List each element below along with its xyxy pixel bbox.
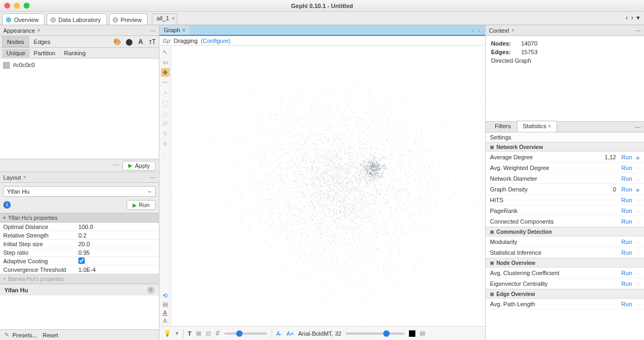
run-button[interactable]: Run — [616, 165, 632, 171]
reset-label-color-icon[interactable]: A — [163, 309, 167, 316]
chevron-right-icon[interactable]: › — [478, 27, 480, 33]
tab-unique[interactable]: Unique — [2, 49, 30, 57]
edge-weight-slider[interactable] — [224, 332, 267, 335]
run-button[interactable]: Run — [616, 280, 632, 287]
layout-prop-row[interactable]: Step ratio0.95 — [0, 248, 159, 257]
label-size-slider[interactable] — [346, 332, 405, 335]
minimize-icon[interactable]: — — [635, 27, 641, 33]
prop-value[interactable]: 1.0E-4 — [78, 267, 156, 273]
run-button[interactable]: Run — [616, 197, 632, 203]
close-icon[interactable]: × — [37, 27, 40, 33]
minimize-icon[interactable]: — — [150, 27, 156, 33]
reset-label-size-icon[interactable]: A — [163, 317, 167, 324]
font-size-minus[interactable]: A- — [276, 330, 282, 337]
layout-prop-row[interactable]: Convergence Threshold1.0E-4 — [0, 265, 159, 274]
edge-pencil-tool-icon[interactable]: ⇄ — [161, 119, 170, 128]
tab-ranking[interactable]: Ranking — [60, 49, 90, 57]
minimize-icon[interactable]: — — [635, 123, 644, 132]
perspective-data-laboratory[interactable]: Data Laboratory — [47, 13, 107, 25]
info-icon[interactable] — [632, 186, 640, 193]
reset-colors-icon[interactable]: ▤ — [163, 301, 168, 308]
prop-value[interactable]: 0.95 — [78, 249, 156, 256]
rect-select-tool-icon[interactable]: ▭ — [161, 58, 170, 66]
statistics-tab[interactable]: Statistics× — [517, 121, 557, 132]
close-icon[interactable]: × — [511, 27, 515, 33]
layout-prop-row[interactable]: Initial Step size20.0 — [0, 240, 159, 248]
info-icon[interactable] — [632, 154, 640, 160]
graph-canvas[interactable] — [171, 46, 485, 326]
perspective-preview[interactable]: Preview — [109, 13, 148, 25]
minimize-icon[interactable]: — — [150, 174, 156, 180]
run-button[interactable]: Run — [616, 218, 632, 225]
prop-value[interactable]: 20.0 — [78, 241, 156, 247]
center-graph-icon[interactable]: ⟲ — [163, 292, 167, 299]
prop-value[interactable]: 0.2 — [78, 232, 156, 239]
layout-prop-row[interactable]: Relative Strength0.2 — [0, 231, 159, 240]
run-button[interactable]: Run — [616, 239, 632, 245]
run-button[interactable]: Run — [616, 270, 632, 276]
show-node-labels-icon[interactable]: ▦ — [196, 330, 201, 337]
tab-nodes[interactable]: Nodes — [2, 36, 29, 47]
run-button[interactable]: Run — [616, 175, 632, 182]
attributes-icon[interactable]: ▤ — [420, 330, 425, 337]
filters-tab[interactable]: Filters — [489, 121, 517, 132]
run-button[interactable]: Run — [616, 249, 632, 256]
close-icon[interactable]: × — [182, 27, 186, 33]
settings-dropdown-icon[interactable]: ▾ — [175, 330, 179, 337]
chevron-left-icon[interactable]: ‹ — [471, 27, 473, 33]
prev-tab-icon[interactable]: ‹ — [626, 14, 628, 25]
info-icon[interactable] — [632, 280, 640, 287]
prop-value[interactable] — [78, 257, 156, 265]
drag-tool-icon[interactable]: ✥ — [161, 68, 170, 77]
tab-edges[interactable]: Edges — [29, 36, 55, 47]
close-icon[interactable]: × — [172, 16, 175, 21]
info-icon[interactable] — [632, 249, 640, 256]
spline-icon[interactable]: 〰 — [113, 162, 119, 169]
run-button[interactable]: Run — [616, 154, 632, 160]
workspace-tab[interactable]: all_1× — [152, 13, 177, 25]
info-icon[interactable] — [632, 239, 640, 245]
bulb-icon[interactable]: 💡 — [164, 330, 171, 337]
layout-algorithm-select[interactable]: Yifan Hu — [3, 186, 156, 197]
info-icon[interactable] — [632, 175, 640, 182]
stat-section-header[interactable]: Network Overview — [486, 142, 644, 152]
lasso-tool-icon[interactable]: 〰 — [161, 78, 170, 87]
font-size-plus[interactable]: A+ — [287, 330, 294, 337]
edit-tool-icon[interactable]: ⋮ — [161, 150, 170, 158]
apply-button[interactable]: ▶Apply — [122, 161, 156, 171]
size-transform-icon[interactable]: ⬤ — [125, 38, 133, 46]
layout-props-header-2[interactable]: Barnes-Hut's properties — [0, 274, 159, 284]
tab-menu-icon[interactable]: ▾ — [636, 14, 640, 25]
info-icon[interactable] — [632, 208, 640, 214]
run-layout-button[interactable]: ▶Run — [127, 200, 156, 210]
shortest-path-tool-icon[interactable]: ↯ — [161, 129, 170, 138]
layout-props-header[interactable]: Yifan Hu's properties — [0, 213, 159, 223]
close-icon[interactable]: × — [548, 123, 551, 129]
pointer-tool-icon[interactable]: ↖ — [161, 48, 170, 56]
layout-prop-row[interactable]: Optimal Distance100.0 — [0, 223, 159, 231]
perspective-overview[interactable]: Overview — [2, 13, 45, 25]
label-size-transform-icon[interactable]: тT — [148, 38, 157, 46]
configure-link[interactable]: (Configure) — [201, 38, 230, 44]
run-button[interactable]: Run — [616, 301, 632, 307]
run-button[interactable]: Run — [616, 208, 632, 214]
color-swatch[interactable] — [3, 62, 10, 69]
stat-section-header[interactable]: Edge Overview — [486, 289, 644, 299]
prop-checkbox[interactable] — [78, 257, 85, 264]
heatmap-tool-icon[interactable]: ❉ — [161, 139, 170, 148]
info-icon[interactable] — [632, 165, 640, 171]
graph-tab[interactable]: Graph× — [159, 25, 189, 36]
statistics-settings[interactable]: Settings — [486, 132, 644, 142]
info-icon[interactable] — [632, 270, 640, 276]
help-icon[interactable]: ? — [147, 286, 155, 294]
stat-section-header[interactable]: Node Overview — [486, 258, 644, 268]
presets-button[interactable]: Presets... — [12, 332, 37, 338]
label-color-transform-icon[interactable]: A — [136, 38, 145, 46]
info-icon[interactable] — [632, 218, 640, 225]
info-icon[interactable] — [632, 197, 640, 203]
show-labels-icon[interactable]: T — [188, 330, 192, 337]
info-icon[interactable] — [632, 301, 640, 307]
reset-button[interactable]: Reset — [42, 332, 58, 338]
next-tab-icon[interactable]: › — [631, 14, 633, 25]
sizer-tool-icon[interactable]: ◯ — [161, 99, 170, 107]
